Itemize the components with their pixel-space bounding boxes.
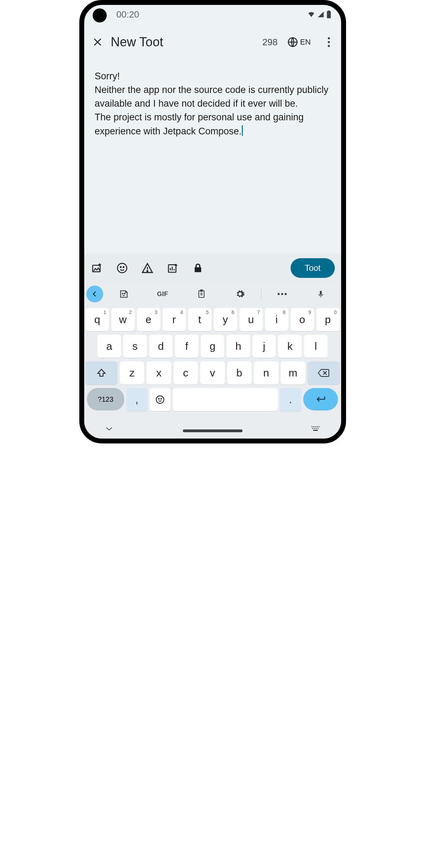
key-t[interactable]: t5 [188,308,212,331]
svg-point-21 [318,426,319,427]
svg-point-5 [147,271,148,272]
chevron-left-icon [91,291,98,298]
gesture-handle[interactable] [183,429,243,432]
backspace-key[interactable] [307,361,340,385]
language-button[interactable]: EN [287,37,311,47]
key-u[interactable]: u7 [239,308,263,331]
keyboard-settings-button[interactable] [222,286,258,302]
sticker-button[interactable] [106,286,142,302]
key-w[interactable]: w2 [111,308,135,331]
key-l[interactable]: l [304,335,328,358]
key-h[interactable]: h [226,335,250,358]
key-o[interactable]: o9 [291,308,314,331]
image-plus-icon [91,262,102,274]
key-p[interactable]: p0 [316,308,340,331]
text-cursor [242,125,243,136]
key-a[interactable]: a [97,335,121,358]
app-bar: New Toot 298 EN [84,24,341,57]
key-z[interactable]: z [120,361,144,385]
key-d[interactable]: d [149,335,173,358]
compose-toolbar: Toot [84,253,341,283]
keyboard-row-1: q1w2e3r4t5y6u7i8o9p0 [86,308,340,331]
key-g[interactable]: g [201,335,225,358]
key-i[interactable]: i8 [265,308,288,331]
key-n[interactable]: n [254,361,278,385]
key-superscript: 2 [129,309,132,315]
symbols-key[interactable]: ?123 [87,388,125,410]
divider [261,288,261,300]
shift-key[interactable] [85,361,118,385]
emoji-key[interactable] [150,388,171,411]
sticker-icon [119,289,129,299]
key-f[interactable]: f [175,335,199,358]
svg-point-16 [161,399,161,399]
svg-point-11 [278,293,280,295]
visibility-button[interactable] [192,262,204,274]
poll-button[interactable] [166,262,179,274]
status-time: 00:20 [117,9,139,20]
key-x[interactable]: x [146,361,171,385]
key-r[interactable]: r4 [162,308,186,331]
key-j[interactable]: j [252,335,276,358]
svg-point-25 [317,428,318,429]
key-e[interactable]: e3 [137,308,160,331]
voice-input-button[interactable] [303,286,339,302]
svg-rect-26 [313,430,318,431]
character-count: 298 [263,37,278,48]
compose-area[interactable]: Sorry! Neither the app nor the source co… [84,57,341,253]
space-key[interactable] [173,388,278,411]
svg-point-24 [316,428,317,429]
clipboard-button[interactable] [184,286,220,302]
svg-point-8 [124,293,125,294]
key-s[interactable]: s [123,335,147,358]
keyboard: GIF q1w2e3r4t5y6u7i8o9p0 asdfghjkl [84,283,341,439]
key-c[interactable]: c [173,361,198,385]
period-key[interactable]: . [280,388,301,411]
key-q[interactable]: q1 [86,308,109,331]
attach-media-button[interactable] [91,262,103,274]
gif-button[interactable]: GIF [145,286,181,302]
ellipsis-icon [277,293,287,295]
keyboard-row-2: asdfghjkl [86,335,340,358]
content-warning-button[interactable] [141,262,154,274]
gif-label: GIF [157,291,168,298]
compose-text: Sorry! Neither the app nor the source co… [95,71,331,136]
key-y[interactable]: y6 [214,308,237,331]
warning-icon [141,262,153,274]
key-b[interactable]: b [227,361,252,385]
svg-point-7 [122,293,123,294]
svg-point-4 [123,267,124,268]
key-v[interactable]: v [200,361,225,385]
shift-icon [97,368,106,378]
keyboard-row-3: zxcvbnm [86,361,340,385]
keyboard-row-4: ?123 , . [86,388,340,411]
status-icons [307,11,331,18]
wifi-icon [307,11,315,18]
svg-point-19 [315,426,316,427]
key-superscript: 8 [283,309,286,315]
keyboard-suggestion-row: GIF [84,283,341,305]
navigation-bar [84,419,341,439]
keyboard-more-button[interactable] [264,286,300,302]
enter-key[interactable] [303,388,338,410]
svg-point-22 [312,428,313,429]
comma-key[interactable]: , [126,388,147,411]
svg-point-15 [159,399,159,399]
more-options-button[interactable] [325,34,333,50]
svg-point-18 [313,426,314,427]
nav-down-button[interactable] [105,426,113,431]
key-k[interactable]: k [278,335,302,358]
key-superscript: 9 [308,309,311,315]
backspace-icon [318,368,330,378]
key-m[interactable]: m [281,361,305,385]
enter-icon [316,395,326,403]
cellular-icon [317,11,324,18]
keyboard-switch-button[interactable] [311,426,320,432]
keyboard-collapse-button[interactable] [86,286,103,302]
emoji-button[interactable] [116,262,128,274]
microphone-icon [317,289,325,299]
submit-toot-button[interactable]: Toot [291,258,334,278]
key-superscript: 7 [257,309,260,315]
close-button[interactable] [93,37,105,47]
key-superscript: 1 [104,309,106,315]
